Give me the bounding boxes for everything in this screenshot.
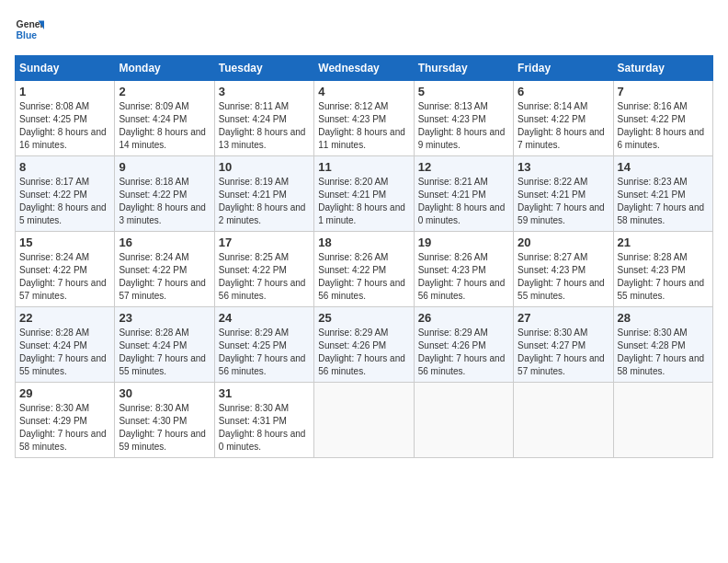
day-info: Sunrise: 8:22 AM Sunset: 4:21 PM Dayligh… <box>518 176 609 227</box>
day-number: 30 <box>119 386 210 400</box>
sunrise: Sunrise: 8:09 AM <box>119 101 188 111</box>
sunrise: Sunrise: 8:13 AM <box>418 101 488 111</box>
day-info: Sunrise: 8:20 AM Sunset: 4:21 PM Dayligh… <box>318 176 409 227</box>
sunrise: Sunrise: 8:28 AM <box>119 327 188 338</box>
calendar-cell: 7 Sunrise: 8:16 AM Sunset: 4:22 PM Dayli… <box>613 81 712 156</box>
sunset: Sunset: 4:21 PM <box>219 190 287 200</box>
day-info: Sunrise: 8:29 AM Sunset: 4:25 PM Dayligh… <box>219 327 310 378</box>
sunrise: Sunrise: 8:30 AM <box>19 403 89 413</box>
sunrise: Sunrise: 8:17 AM <box>19 177 89 187</box>
daylight: Daylight: 7 hours and 55 minutes. <box>119 353 206 376</box>
calendar-cell: 14 Sunrise: 8:23 AM Sunset: 4:21 PM Dayl… <box>613 156 712 232</box>
daylight: Daylight: 7 hours and 58 minutes. <box>19 429 107 452</box>
day-number: 27 <box>518 311 609 325</box>
daylight: Daylight: 8 hours and 0 minutes. <box>219 429 306 452</box>
sunrise: Sunrise: 8:23 AM <box>618 177 688 187</box>
daylight: Daylight: 7 hours and 57 minutes. <box>119 278 206 301</box>
sunrise: Sunrise: 8:24 AM <box>19 252 89 262</box>
sunset: Sunset: 4:26 PM <box>418 340 486 350</box>
daylight: Daylight: 7 hours and 56 minutes. <box>418 353 506 376</box>
day-number: 15 <box>19 236 110 249</box>
calendar-cell: 15 Sunrise: 8:24 AM Sunset: 4:22 PM Dayl… <box>16 232 115 307</box>
day-info: Sunrise: 8:09 AM Sunset: 4:24 PM Dayligh… <box>119 100 210 152</box>
day-info: Sunrise: 8:30 AM Sunset: 4:29 PM Dayligh… <box>19 402 110 454</box>
daylight: Daylight: 8 hours and 1 minute. <box>318 202 405 225</box>
sunrise: Sunrise: 8:18 AM <box>119 177 188 187</box>
sunrise: Sunrise: 8:29 AM <box>318 327 388 338</box>
daylight: Daylight: 8 hours and 7 minutes. <box>518 127 605 150</box>
calendar-cell: 5 Sunrise: 8:13 AM Sunset: 4:23 PM Dayli… <box>414 81 513 156</box>
sunset: Sunset: 4:26 PM <box>318 340 386 350</box>
day-number: 3 <box>219 85 310 98</box>
day-number: 9 <box>119 160 210 174</box>
day-info: Sunrise: 8:24 AM Sunset: 4:22 PM Dayligh… <box>19 251 110 303</box>
daylight: Daylight: 8 hours and 2 minutes. <box>219 202 306 225</box>
day-number: 10 <box>219 160 310 174</box>
calendar-cell: 12 Sunrise: 8:21 AM Sunset: 4:21 PM Dayl… <box>414 156 513 232</box>
day-number: 4 <box>318 85 409 98</box>
daylight: Daylight: 8 hours and 0 minutes. <box>418 202 506 225</box>
day-number: 6 <box>518 85 609 98</box>
day-info: Sunrise: 8:14 AM Sunset: 4:22 PM Dayligh… <box>518 100 609 152</box>
calendar-cell <box>514 383 613 458</box>
calendar-cell: 27 Sunrise: 8:30 AM Sunset: 4:27 PM Dayl… <box>514 307 613 383</box>
col-header-monday: Monday <box>115 56 214 81</box>
logo: General Blue <box>15 15 44 44</box>
sunset: Sunset: 4:23 PM <box>418 114 486 124</box>
sunrise: Sunrise: 8:30 AM <box>219 403 289 413</box>
calendar-cell: 8 Sunrise: 8:17 AM Sunset: 4:22 PM Dayli… <box>16 156 115 232</box>
daylight: Daylight: 7 hours and 59 minutes. <box>518 202 605 225</box>
sunset: Sunset: 4:24 PM <box>119 340 187 350</box>
daylight: Daylight: 7 hours and 58 minutes. <box>618 353 705 376</box>
sunset: Sunset: 4:21 PM <box>618 190 686 200</box>
daylight: Daylight: 7 hours and 55 minutes. <box>518 278 605 301</box>
sunset: Sunset: 4:23 PM <box>518 265 586 275</box>
calendar-cell: 9 Sunrise: 8:18 AM Sunset: 4:22 PM Dayli… <box>115 156 214 232</box>
sunset: Sunset: 4:22 PM <box>618 114 686 124</box>
day-info: Sunrise: 8:26 AM Sunset: 4:22 PM Dayligh… <box>318 251 409 303</box>
daylight: Daylight: 8 hours and 9 minutes. <box>418 127 506 150</box>
day-number: 31 <box>219 386 310 400</box>
day-number: 26 <box>418 311 509 325</box>
day-number: 13 <box>518 160 609 174</box>
calendar-cell: 25 Sunrise: 8:29 AM Sunset: 4:26 PM Dayl… <box>314 307 414 383</box>
daylight: Daylight: 7 hours and 56 minutes. <box>219 353 306 376</box>
sunset: Sunset: 4:22 PM <box>19 190 87 200</box>
col-header-tuesday: Tuesday <box>214 56 313 81</box>
sunset: Sunset: 4:22 PM <box>19 265 87 275</box>
calendar-cell: 26 Sunrise: 8:29 AM Sunset: 4:26 PM Dayl… <box>414 307 513 383</box>
sunset: Sunset: 4:21 PM <box>518 190 586 200</box>
day-info: Sunrise: 8:21 AM Sunset: 4:21 PM Dayligh… <box>418 176 509 227</box>
calendar-cell: 13 Sunrise: 8:22 AM Sunset: 4:21 PM Dayl… <box>514 156 613 232</box>
day-number: 21 <box>618 236 709 249</box>
calendar-cell: 4 Sunrise: 8:12 AM Sunset: 4:23 PM Dayli… <box>314 81 414 156</box>
sunset: Sunset: 4:23 PM <box>618 265 686 275</box>
day-info: Sunrise: 8:28 AM Sunset: 4:24 PM Dayligh… <box>19 327 110 378</box>
daylight: Daylight: 8 hours and 13 minutes. <box>219 127 306 150</box>
day-info: Sunrise: 8:12 AM Sunset: 4:23 PM Dayligh… <box>318 100 409 152</box>
calendar-cell: 30 Sunrise: 8:30 AM Sunset: 4:30 PM Dayl… <box>115 383 214 458</box>
sunset: Sunset: 4:25 PM <box>219 340 287 350</box>
day-number: 25 <box>318 311 409 325</box>
sunset: Sunset: 4:24 PM <box>19 340 87 350</box>
daylight: Daylight: 8 hours and 14 minutes. <box>119 127 206 150</box>
calendar-cell: 17 Sunrise: 8:25 AM Sunset: 4:22 PM Dayl… <box>214 232 313 307</box>
day-info: Sunrise: 8:23 AM Sunset: 4:21 PM Dayligh… <box>618 176 709 227</box>
day-number: 18 <box>318 236 409 249</box>
sunrise: Sunrise: 8:22 AM <box>518 177 587 187</box>
daylight: Daylight: 7 hours and 57 minutes. <box>19 278 107 301</box>
sunrise: Sunrise: 8:28 AM <box>19 327 89 338</box>
sunset: Sunset: 4:22 PM <box>518 114 586 124</box>
daylight: Daylight: 8 hours and 5 minutes. <box>19 202 107 225</box>
sunrise: Sunrise: 8:29 AM <box>418 327 488 338</box>
day-info: Sunrise: 8:28 AM Sunset: 4:23 PM Dayligh… <box>618 251 709 303</box>
calendar-cell: 2 Sunrise: 8:09 AM Sunset: 4:24 PM Dayli… <box>115 81 214 156</box>
page-header: General Blue <box>15 15 713 44</box>
sunset: Sunset: 4:30 PM <box>119 416 187 426</box>
col-header-wednesday: Wednesday <box>314 56 414 81</box>
day-info: Sunrise: 8:30 AM Sunset: 4:28 PM Dayligh… <box>618 327 709 378</box>
daylight: Daylight: 8 hours and 16 minutes. <box>19 127 107 150</box>
calendar-cell: 23 Sunrise: 8:28 AM Sunset: 4:24 PM Dayl… <box>115 307 214 383</box>
daylight: Daylight: 7 hours and 55 minutes. <box>19 353 107 376</box>
day-info: Sunrise: 8:29 AM Sunset: 4:26 PM Dayligh… <box>418 327 509 378</box>
